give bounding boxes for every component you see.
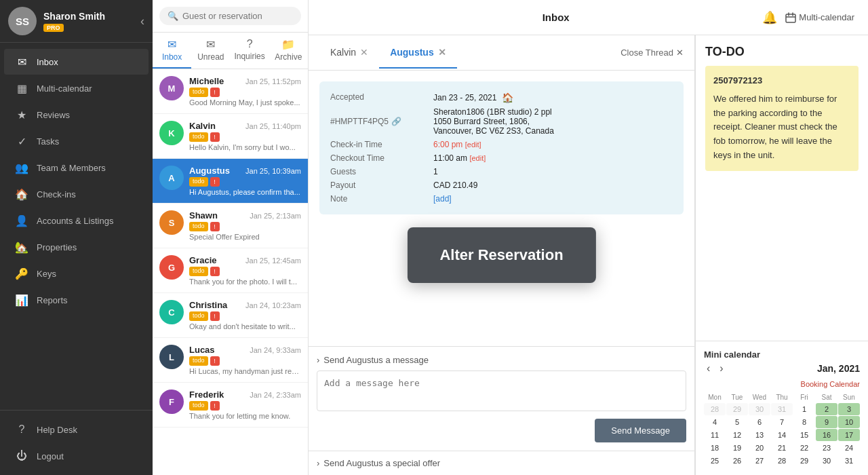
cal-day[interactable]: 29 [726, 403, 748, 415]
sidebar-header: SS Sharon Smith PRO ‹ [0, 0, 153, 43]
todo-badge: todo [189, 222, 208, 231]
search-input[interactable] [182, 11, 293, 21]
cal-day[interactable]: 24 [838, 442, 860, 454]
help-icon: ? [15, 423, 28, 436]
cal-day[interactable]: 17 [838, 429, 860, 441]
cal-day[interactable]: 2 [816, 403, 837, 415]
close-augustus-tab-icon[interactable]: ✕ [438, 47, 446, 58]
sidebar-item-team-members[interactable]: 👥 Team & Members [4, 155, 149, 180]
special-offer-row[interactable]: › Send Augustus a special offer [309, 451, 694, 475]
cal-day[interactable]: 26 [726, 455, 748, 467]
msg-date: Jan 24, 9:33am [250, 346, 301, 354]
cal-day[interactable]: 25 [704, 455, 726, 467]
sidebar-item-multi-calendar[interactable]: ▦ Multi-calendar [4, 75, 149, 101]
list-item[interactable]: K Kalvin Jan 25, 11:40pm todo ! Hello Ka… [153, 114, 308, 159]
sidebar-item-reports[interactable]: 📊 Reports [4, 287, 149, 313]
bell-icon[interactable]: 🔔 [762, 10, 777, 25]
cal-day[interactable]: 20 [749, 442, 770, 454]
msg-preview: Special Offer Expired [189, 233, 301, 241]
res-dates: Jan 23 - 25, 2021 🏠 [433, 92, 673, 103]
res-note-add[interactable]: [add] [433, 194, 673, 204]
sidebar-item-accounts-listings[interactable]: 👤 Accounts & Listings [4, 208, 149, 233]
message-list-panel: 🔍 ✉ Inbox ✉ Unread ? Inquiries 📁 Archive [153, 0, 309, 475]
sidebar-item-tasks[interactable]: ✓ Tasks [4, 128, 149, 154]
cal-day[interactable]: 29 [793, 455, 815, 467]
sidebar-item-check-ins[interactable]: 🏠 Check-ins [4, 181, 149, 207]
tab-archive[interactable]: 📁 Archive [269, 33, 308, 69]
cal-day[interactable]: 16 [816, 429, 837, 441]
message-textarea[interactable] [317, 370, 686, 411]
checkout-edit-link[interactable]: [edit] [469, 154, 486, 162]
cal-prev-button[interactable]: ‹ [704, 362, 713, 375]
cal-next-button[interactable]: › [717, 362, 726, 375]
tab-kalvin[interactable]: Kalvin ✕ [319, 37, 379, 69]
cal-day[interactable]: 21 [771, 442, 793, 454]
chevron-right-icon: › [317, 458, 319, 468]
sidebar-item-inbox[interactable]: ✉ Inbox [4, 49, 149, 75]
list-item[interactable]: C Christina Jan 24, 10:23am todo ! Okay … [153, 293, 308, 338]
sidebar-item-label: Logout [37, 451, 64, 461]
close-kalvin-tab-icon[interactable]: ✕ [360, 47, 368, 58]
cal-day[interactable]: 11 [704, 429, 726, 441]
close-thread-button[interactable]: Close Thread ✕ [620, 48, 684, 58]
send-message-button[interactable]: Send Message [595, 419, 686, 442]
cal-day[interactable]: 19 [726, 442, 748, 454]
avatar: K [159, 121, 184, 145]
cal-day[interactable]: 30 [749, 403, 770, 415]
calendar-icon[interactable]: Multi-calendar [785, 12, 854, 23]
cal-day[interactable]: 18 [704, 442, 726, 454]
list-item[interactable]: G Gracie Jan 25, 12:45am todo ! Thank yo… [153, 248, 308, 293]
msg-name: Frederik [189, 390, 224, 400]
list-item[interactable]: S Shawn Jan 25, 2:13am todo ! Special Of… [153, 204, 308, 248]
cal-day[interactable]: 23 [816, 442, 837, 454]
msg-header: Gracie Jan 25, 12:45am [189, 255, 301, 265]
cal-day[interactable]: 28 [771, 455, 793, 467]
cal-day[interactable]: 30 [816, 455, 837, 467]
cal-day[interactable]: 1 [793, 403, 815, 415]
list-item[interactable]: A Augustus Jan 25, 10:39am todo ! Hi Aug… [153, 159, 308, 204]
msg-preview: Okay and don't hesitate to writ... [189, 322, 301, 330]
cal-day[interactable]: 15 [793, 429, 815, 441]
cal-day[interactable]: 8 [793, 416, 815, 428]
inbox-area: Inbox 🔔 Multi-calendar Kalvin ✕ [309, 0, 868, 475]
msg-content: Augustus Jan 25, 10:39am todo ! Hi Augus… [189, 166, 301, 196]
send-message-section: › Send Augustus a message Send Message [309, 346, 694, 451]
cal-day[interactable]: 14 [771, 429, 793, 441]
sidebar-item-reviews[interactable]: ★ Reviews [4, 102, 149, 128]
sidebar-item-logout[interactable]: ⏻ Logout [4, 443, 149, 469]
send-message-header[interactable]: › Send Augustus a message [317, 355, 686, 365]
list-item[interactable]: L Lucas Jan 24, 9:33am todo ! Hi Lucas, … [153, 338, 308, 383]
tab-inbox[interactable]: ✉ Inbox [153, 33, 191, 69]
sidebar-collapse-icon[interactable]: ‹ [140, 14, 144, 28]
cal-day[interactable]: 31 [771, 403, 793, 415]
res-checkout-label: Checkout Time [330, 153, 425, 163]
checkin-edit-link[interactable]: [edit] [465, 140, 481, 149]
cal-day[interactable]: 3 [838, 403, 860, 415]
cal-day[interactable]: 22 [793, 442, 815, 454]
list-item[interactable]: M Michelle Jan 25, 11:52pm todo ! Good M… [153, 69, 308, 114]
cal-day[interactable]: 12 [726, 429, 748, 441]
tab-unread[interactable]: ✉ Unread [191, 33, 230, 69]
cal-day[interactable]: 28 [704, 403, 726, 415]
sidebar-item-help-desk[interactable]: ? Help Desk [4, 417, 149, 442]
cal-day[interactable]: 27 [749, 455, 770, 467]
tab-unread-label: Unread [197, 52, 224, 62]
cal-day[interactable]: 13 [749, 429, 770, 441]
cal-day[interactable]: 31 [838, 455, 860, 467]
cal-day[interactable]: 4 [704, 416, 726, 428]
tab-inquiries[interactable]: ? Inquiries [231, 33, 269, 69]
cal-day[interactable]: 9 [816, 416, 837, 428]
cal-day[interactable]: 7 [771, 416, 793, 428]
cal-day[interactable]: 5 [726, 416, 748, 428]
list-item[interactable]: F Frederik Jan 24, 2:33am todo ! Thank y… [153, 383, 308, 428]
calendar-svg [785, 12, 796, 23]
tab-inbox-label: Inbox [162, 52, 182, 62]
sidebar-item-properties[interactable]: 🏡 Properties [4, 234, 149, 260]
thread-body: Accepted Jan 23 - 25, 2021 🏠 #HMPTTF4PQ5… [309, 71, 694, 346]
booking-calendar-link[interactable]: Booking Calendar [704, 380, 860, 388]
alter-reservation-overlay[interactable]: Alter Reservation [407, 227, 595, 283]
cal-day[interactable]: 10 [838, 416, 860, 428]
cal-day[interactable]: 6 [749, 416, 770, 428]
sidebar-item-keys[interactable]: 🔑 Keys [4, 261, 149, 286]
tab-augustus[interactable]: Augustus ✕ [379, 37, 457, 69]
